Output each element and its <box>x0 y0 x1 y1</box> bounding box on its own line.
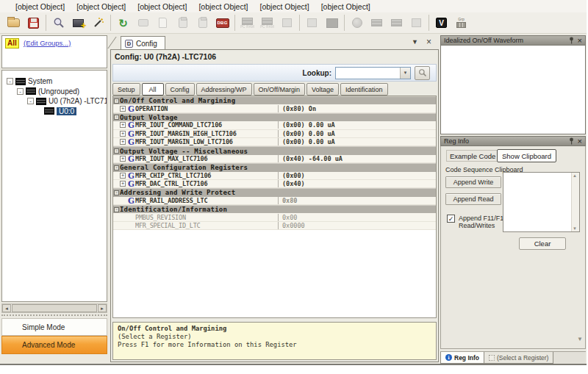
clear-button[interactable]: Clear <box>519 237 566 250</box>
register-value[interactable]: (0x00) 0.00 uA <box>278 121 436 129</box>
debug-button[interactable]: DBG <box>213 14 232 32</box>
grid-entry[interactable]: - Output Voltage <box>113 113 436 121</box>
grid-entry[interactable]: PMBUS_REVISION 0x00 <box>113 213 436 221</box>
grid-entry[interactable]: + G OPERATION (0x80) On <box>113 104 436 112</box>
tree-horizontal-scrollbar[interactable]: ◄ ► <box>1 303 107 313</box>
grid-entry[interactable]: - General Configuration Registers <box>113 163 436 171</box>
copy-button[interactable] <box>154 14 172 32</box>
close-document-icon[interactable]: × <box>426 38 431 46</box>
nvm-button[interactable] <box>407 14 426 32</box>
tree-item[interactable]: - U0 (7h2A) -LTC7106 <box>2 96 107 107</box>
register-value[interactable]: 0x80 <box>278 197 436 204</box>
close-panel-icon[interactable]: × <box>578 37 582 44</box>
section-collapse-icon[interactable]: - <box>114 165 119 170</box>
code-clipboard-textarea[interactable]: ▲ ▼ <box>503 172 580 232</box>
tab-reg-info[interactable]: i Reg Info <box>440 352 484 364</box>
menu-item[interactable]: [object Object] <box>193 1 254 12</box>
category-tab[interactable]: Voltage <box>306 83 339 96</box>
register-value[interactable]: 0x0000 <box>278 222 436 229</box>
scroll-left-icon[interactable]: ◄ <box>2 304 11 312</box>
scroll-right-icon[interactable]: ► <box>98 304 107 312</box>
register-value[interactable]: (0x00) 0.00 uA <box>278 130 436 137</box>
panel-scroll-down-icon[interactable]: ▼ <box>577 336 583 342</box>
ram-buffer-button[interactable] <box>278 14 296 32</box>
grid-entry[interactable]: G MFR_RAIL_ADDRESS_LTC 0x80 <box>113 197 436 205</box>
grid-entry[interactable]: + G MFR_IOUT_MAX_LTC7106 (0x40) -64.00 u… <box>113 155 436 163</box>
compare-button[interactable] <box>193 14 212 32</box>
lookup-combobox[interactable]: ▼ <box>335 67 411 79</box>
telemetry-button[interactable] <box>134 14 152 32</box>
row-expand-icon[interactable]: + <box>120 131 126 137</box>
tab-list-dropdown-icon[interactable]: ▼ <box>412 38 418 46</box>
group-button[interactable]: Grp <box>452 14 470 32</box>
ram-b-button[interactable] <box>387 14 406 32</box>
register-value[interactable]: (0x40) -64.00 uA <box>278 155 436 162</box>
menu-item[interactable]: [object Object] <box>315 1 376 12</box>
textarea-scrollbar[interactable]: ▲ ▼ <box>571 173 579 231</box>
menu-item[interactable]: [object Object] <box>10 1 71 12</box>
grid-entry[interactable]: + G MFR_CHIP_CTRL_LTC7106 (0x00) <box>113 172 436 180</box>
add-device-button[interactable]: + <box>69 14 87 32</box>
advanced-mode-button[interactable]: Advanced Mode <box>1 336 107 354</box>
scroll-down-icon[interactable]: ▼ <box>573 226 577 231</box>
program-button[interactable]: ↻ <box>114 14 132 32</box>
tab-select-register[interactable]: (Select a Register) <box>484 352 553 364</box>
chip-ram-button[interactable] <box>303 14 321 32</box>
register-value[interactable]: (0x80) On <box>278 105 436 112</box>
grid-entry[interactable]: + G MFR_IOUT_COMMAND_LTC7106 (0x00) 0.00… <box>113 121 436 129</box>
checkbox-checked-icon[interactable]: ✓ <box>447 215 455 223</box>
open-file-button[interactable] <box>4 14 23 32</box>
osd-button[interactable] <box>348 14 366 32</box>
menu-item[interactable]: [object Object] <box>254 1 315 12</box>
all-groups-badge[interactable]: All <box>5 38 19 48</box>
append-write-button[interactable]: Append Write <box>445 176 501 188</box>
row-expand-icon[interactable]: + <box>120 106 126 112</box>
grid-entry[interactable]: - On/Off Control and Margining <box>113 96 436 104</box>
row-expand-icon[interactable]: + <box>120 139 126 145</box>
vertical-dock-button[interactable]: V <box>432 14 451 32</box>
section-collapse-icon[interactable]: - <box>114 148 119 154</box>
grid-entry[interactable]: + G MFR_IOUT_MARGIN_LOW_LTC7106 (0x00) 0… <box>113 138 436 146</box>
grid-entry[interactable]: - Output Voltage -- Miscellaneous <box>113 146 436 154</box>
tree-item[interactable]: - System <box>2 76 107 87</box>
combo-dropdown-icon[interactable]: ▼ <box>400 68 410 79</box>
grid-entry[interactable]: + G MFR_DAC_CTRL_LTC7106 (0x40) <box>113 180 436 188</box>
grid-entry[interactable]: + G MFR_IOUT_MARGIN_HIGH_LTC7106 (0x00) … <box>113 130 436 138</box>
paste-button[interactable] <box>173 14 192 32</box>
register-value[interactable]: 0x00 <box>278 214 436 221</box>
ram-to-pc-button[interactable]: PC RAM <box>258 14 276 32</box>
section-collapse-icon[interactable]: - <box>114 98 119 104</box>
register-value[interactable]: (0x00) 0.00 uA <box>278 138 436 145</box>
edit-groups-link[interactable]: (Edit Groups...) <box>24 39 71 47</box>
tree-expander-icon[interactable]: - <box>17 88 24 95</box>
row-expand-icon[interactable]: + <box>120 122 126 128</box>
lookup-search-button[interactable] <box>415 66 430 80</box>
scrollbar-thumb[interactable] <box>12 304 97 312</box>
category-tab[interactable]: On/Off/Margin <box>254 83 305 96</box>
section-collapse-icon[interactable]: - <box>114 115 119 120</box>
register-value[interactable]: (0x00) <box>278 172 436 179</box>
search-button[interactable] <box>49 14 68 32</box>
pin-icon[interactable] <box>569 37 574 44</box>
tree-expander-icon[interactable]: - <box>27 98 34 104</box>
row-expand-icon[interactable]: + <box>120 156 126 162</box>
tree-item[interactable]: - (Ungrouped) <box>2 87 107 97</box>
grid-entry[interactable]: - Addressing and Write Protect <box>113 188 436 196</box>
splitter-grip[interactable] <box>1 314 107 317</box>
category-tab[interactable]: Addressing/WP <box>196 83 252 96</box>
save-button[interactable] <box>24 14 43 32</box>
category-tab[interactable]: Config <box>165 83 195 96</box>
menu-item[interactable]: [object Object] <box>132 1 193 12</box>
register-value[interactable]: (0x40) <box>278 180 436 187</box>
section-collapse-icon[interactable]: - <box>114 190 119 195</box>
chip-ram-dark-button[interactable] <box>323 14 341 32</box>
tree-item-selected[interactable]: U0:0 <box>2 107 107 117</box>
show-clipboard-button[interactable]: Show Clipboard <box>497 149 556 162</box>
row-expand-icon[interactable]: + <box>120 173 126 179</box>
scroll-up-icon[interactable]: ▲ <box>573 173 577 178</box>
menu-item[interactable]: [object Object] <box>71 1 132 12</box>
category-tab[interactable]: Setup <box>112 83 140 96</box>
grid-entry[interactable]: - Identification/Information <box>113 205 436 213</box>
tree-expander-icon[interactable]: - <box>7 78 13 84</box>
wizard-button[interactable] <box>89 14 107 32</box>
